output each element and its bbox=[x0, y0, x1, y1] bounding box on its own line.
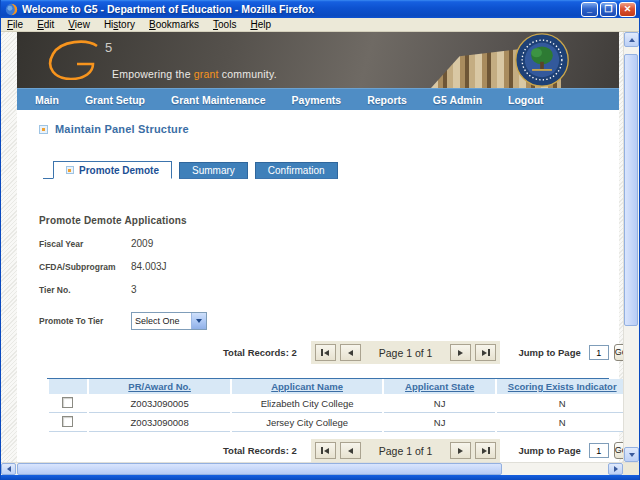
scroll-up-button[interactable] bbox=[624, 32, 639, 47]
close-button[interactable]: ✕ bbox=[619, 2, 636, 17]
scroll-left-button[interactable] bbox=[1, 463, 16, 475]
window-title: Welcome to G5 - Department of Education … bbox=[22, 3, 581, 15]
results-table-wrap: PR/Award No. Applicant Name Applicant St… bbox=[47, 378, 609, 432]
last-page-button[interactable] bbox=[475, 344, 496, 361]
nav-g5-admin[interactable]: G5 Admin bbox=[433, 94, 482, 106]
sort-award-header[interactable]: PR/Award No. bbox=[89, 379, 231, 394]
education-seal bbox=[511, 32, 573, 88]
sort-scoring-header[interactable]: Scoring Exists Indicator bbox=[497, 379, 623, 394]
previous-page-button[interactable] bbox=[340, 442, 361, 459]
cfda-label: CFDA/Subprogram bbox=[39, 262, 131, 272]
main-nav-bar: Main Grant Setup Grant Maintenance Payme… bbox=[17, 88, 619, 110]
results-table: PR/Award No. Applicant Name Applicant St… bbox=[47, 379, 623, 432]
award-cell: Z003J090008 bbox=[89, 413, 231, 432]
first-page-button[interactable] bbox=[315, 442, 336, 459]
menu-history[interactable]: History bbox=[104, 19, 135, 30]
tab-promote-demote[interactable]: Promote Demote bbox=[53, 161, 172, 179]
menu-help[interactable]: Help bbox=[250, 19, 271, 30]
go-button[interactable]: Go bbox=[614, 344, 623, 361]
tab-lead-line bbox=[43, 162, 53, 179]
page-content: Maintain Panel Structure Promote Demote … bbox=[17, 123, 619, 462]
menu-view[interactable]: View bbox=[68, 19, 90, 30]
pagination-top: Total Records: 2 Page 1 of 1 Jump to Pag… bbox=[223, 341, 619, 364]
previous-page-button[interactable] bbox=[340, 344, 361, 361]
chevron-down-icon[interactable] bbox=[191, 313, 206, 329]
menu-bookmarks[interactable]: Bookmarks bbox=[149, 19, 199, 30]
banner-tagline: Empowering the grant community. bbox=[112, 68, 277, 80]
tab-confirmation[interactable]: Confirmation bbox=[255, 162, 338, 179]
select-value: Select One bbox=[132, 316, 191, 326]
state-cell: NJ bbox=[384, 413, 496, 432]
scroll-down-button[interactable] bbox=[624, 447, 639, 462]
promote-to-tier-select[interactable]: Select One bbox=[131, 312, 207, 330]
tab-strip: Promote Demote Summary Confirmation bbox=[43, 161, 619, 179]
total-records-label: Total Records: 2 bbox=[223, 347, 297, 358]
menu-edit[interactable]: Edit bbox=[37, 19, 54, 30]
cfda-value: 84.003J bbox=[131, 261, 167, 272]
tier-value: 3 bbox=[131, 284, 137, 295]
first-page-button[interactable] bbox=[315, 344, 336, 361]
menu-tools[interactable]: Tools bbox=[213, 19, 236, 30]
breadcrumb: Maintain Panel Structure bbox=[39, 123, 619, 135]
title-bar: Welcome to G5 - Department of Education … bbox=[1, 0, 639, 18]
browser-window: Welcome to G5 - Department of Education … bbox=[0, 0, 640, 480]
form-title: Promote Demote Applications bbox=[39, 215, 619, 226]
sort-state-header[interactable]: Applicant State bbox=[384, 379, 496, 394]
maximize-button[interactable]: ❐ bbox=[600, 2, 617, 17]
next-page-button[interactable] bbox=[450, 344, 471, 361]
page-indicator: Page 1 of 1 bbox=[365, 445, 447, 457]
promote-to-tier-label: Promote To Tier bbox=[39, 316, 131, 326]
menu-bar: File Edit View History Bookmarks Tools H… bbox=[1, 18, 639, 32]
firefox-icon bbox=[5, 3, 18, 16]
scoring-cell: N bbox=[497, 413, 623, 432]
scoring-cell: N bbox=[497, 394, 623, 413]
tab-active-icon bbox=[66, 166, 74, 174]
page-indicator: Page 1 of 1 bbox=[365, 347, 447, 359]
state-cell: NJ bbox=[384, 394, 496, 413]
last-page-button[interactable] bbox=[475, 442, 496, 459]
fiscal-year-label: Fiscal Year bbox=[39, 239, 131, 249]
row-checkbox[interactable] bbox=[62, 397, 73, 408]
jump-to-page-label: Jump to Page bbox=[518, 445, 580, 456]
menu-file[interactable]: File bbox=[7, 19, 23, 30]
nav-main[interactable]: Main bbox=[35, 94, 59, 106]
jump-to-page-input[interactable] bbox=[589, 345, 609, 360]
horizontal-scrollbar[interactable] bbox=[1, 462, 639, 475]
pagination-bottom: Total Records: 2 Page 1 of 1 Jump to Pag… bbox=[223, 439, 619, 462]
vertical-scroll-track[interactable] bbox=[624, 47, 639, 447]
vertical-scroll-thumb[interactable] bbox=[624, 54, 638, 326]
minimize-button[interactable]: _ bbox=[581, 2, 598, 17]
nav-payments[interactable]: Payments bbox=[292, 94, 342, 106]
scroll-right-button[interactable] bbox=[608, 463, 623, 475]
page-background: 5 Empowering the grant community. bbox=[1, 32, 623, 462]
window-bottom-border bbox=[1, 475, 639, 480]
horizontal-scroll-thumb[interactable] bbox=[17, 463, 502, 475]
page-title: Maintain Panel Structure bbox=[55, 123, 189, 135]
vertical-scrollbar[interactable] bbox=[623, 32, 639, 462]
sort-name-header[interactable]: Applicant Name bbox=[232, 379, 381, 394]
go-button[interactable]: Go bbox=[614, 442, 623, 459]
award-cell: Z003J090005 bbox=[89, 394, 231, 413]
fiscal-year-value: 2009 bbox=[131, 238, 153, 249]
g5-banner: 5 Empowering the grant community. bbox=[17, 32, 619, 88]
nav-grant-setup[interactable]: Grant Setup bbox=[85, 94, 145, 106]
pager-controls: Page 1 of 1 bbox=[311, 439, 501, 462]
nav-logout[interactable]: Logout bbox=[508, 94, 544, 106]
nav-reports[interactable]: Reports bbox=[367, 94, 407, 106]
name-cell: Elizabeth City College bbox=[232, 394, 381, 413]
row-checkbox[interactable] bbox=[62, 416, 73, 427]
horizontal-scroll-track[interactable] bbox=[16, 463, 608, 475]
g5-logo-five: 5 bbox=[105, 40, 113, 55]
fiscal-year-row: Fiscal Year 2009 bbox=[39, 238, 619, 249]
tab-summary[interactable]: Summary bbox=[179, 162, 248, 179]
cfda-row: CFDA/Subprogram 84.003J bbox=[39, 261, 619, 272]
jump-to-page-input[interactable] bbox=[589, 443, 609, 458]
table-row: Z003J090005 Elizabeth City College NJ N bbox=[49, 394, 623, 413]
nav-grant-maintenance[interactable]: Grant Maintenance bbox=[171, 94, 266, 106]
table-row: Z003J090008 Jersey City College NJ N bbox=[49, 413, 623, 432]
tagline-grant-word: grant bbox=[194, 68, 219, 80]
pager-controls: Page 1 of 1 bbox=[311, 341, 501, 364]
name-cell: Jersey City College bbox=[232, 413, 381, 432]
panel-icon bbox=[39, 125, 48, 134]
next-page-button[interactable] bbox=[450, 442, 471, 459]
